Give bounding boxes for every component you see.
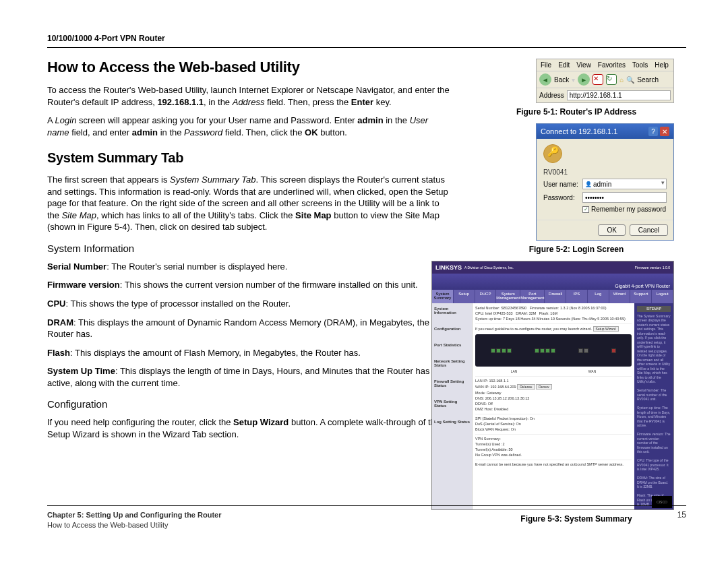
remember-checkbox[interactable]: ✓ bbox=[582, 206, 589, 213]
search-icon[interactable]: 🔍 bbox=[626, 76, 634, 84]
ss-subbrand: A Division of Cisco Systems, Inc. bbox=[464, 266, 514, 270]
setup-wizard-button[interactable]: Setup Wizard bbox=[593, 326, 619, 332]
password-input[interactable]: •••••••• bbox=[582, 192, 667, 203]
ss-main-panel: Serial Number: SB1234567890 Firmware ver… bbox=[473, 303, 634, 510]
release-button[interactable]: Release bbox=[517, 384, 535, 389]
close-icon[interactable]: ✕ bbox=[660, 127, 669, 136]
footer-chapter: Chapter 5: Setting Up and Configuring th… bbox=[47, 511, 222, 519]
menu-tools[interactable]: Tools bbox=[632, 61, 648, 69]
footer-section: How to Access the Web-based Utility bbox=[47, 520, 222, 530]
para-dram: DRAM: This displays the amount of Dynami… bbox=[47, 317, 452, 340]
para-uptime: System Up Time: This displays the length… bbox=[47, 365, 452, 389]
ss-model: Gigabit 4-port VPN Router bbox=[615, 284, 670, 288]
help-icon[interactable]: ? bbox=[648, 127, 658, 136]
login-realm: RV0041 bbox=[543, 168, 667, 176]
tab-sys-mgmt[interactable]: System Management bbox=[496, 290, 520, 303]
heading-access: How to Access the Web-based Utility bbox=[47, 59, 452, 76]
figures-column: File Edit View Favorites Tools Help ◄ Ba… bbox=[465, 59, 674, 530]
router-port-diagram bbox=[475, 334, 632, 367]
tab-port-mgmt[interactable]: Port Management bbox=[520, 290, 545, 303]
tab-firewall[interactable]: Firewall bbox=[545, 290, 566, 303]
ss-brand: LINKSYS bbox=[435, 264, 462, 271]
stop-icon[interactable]: ✕ bbox=[593, 74, 603, 85]
login-titlebar: Connect to 192.168.1.1 ? ✕ bbox=[537, 124, 673, 139]
ss-sitemap-panel: SITEMAP The System Summary screen displa… bbox=[634, 303, 673, 510]
menu-view[interactable]: View bbox=[576, 61, 591, 69]
para-summary: The first screen that appears is System … bbox=[47, 174, 452, 233]
tab-setup[interactable]: Setup bbox=[454, 290, 475, 303]
browser-menu: File Edit View Favorites Tools Help bbox=[537, 59, 673, 71]
para-access-2: A Login screen will appear asking you fo… bbox=[47, 115, 452, 138]
password-label: Password: bbox=[543, 194, 582, 201]
remember-label: Remember my password bbox=[591, 206, 666, 213]
heading-sysinfo: System Information bbox=[47, 243, 452, 254]
product-header: 10/100/1000 4-Port VPN Router bbox=[47, 34, 686, 43]
username-label: User name: bbox=[543, 181, 582, 188]
browser-address-bar: Address bbox=[537, 88, 673, 102]
tab-wizard[interactable]: Wizard bbox=[609, 290, 631, 303]
tab-support[interactable]: Support bbox=[630, 290, 652, 303]
tab-logout[interactable]: Logout bbox=[652, 290, 673, 303]
tab-log[interactable]: Log bbox=[588, 290, 609, 303]
back-icon[interactable]: ◄ bbox=[539, 73, 551, 86]
para-firmware: Firmware version: This shows the current… bbox=[47, 279, 452, 291]
para-access-1: To access the Router's Web-based Utility… bbox=[47, 84, 452, 108]
heading-config: Configuration bbox=[47, 398, 452, 410]
header-rule bbox=[47, 47, 686, 48]
page-number: 15 bbox=[677, 510, 686, 530]
menu-help[interactable]: Help bbox=[655, 61, 669, 69]
para-flash: Flash: This displays the amount of Flash… bbox=[47, 347, 452, 359]
menu-edit[interactable]: Edit bbox=[558, 61, 570, 69]
figure-login-dialog: Connect to 192.168.1.1 ? ✕ RV0041 User n… bbox=[536, 123, 674, 241]
figure-1-caption: Figure 5-1: Router's IP Address bbox=[479, 107, 674, 117]
renew-button[interactable]: Renew bbox=[536, 384, 552, 389]
address-input[interactable] bbox=[567, 90, 671, 100]
ok-button[interactable]: OK bbox=[598, 224, 625, 236]
cancel-button[interactable]: Cancel bbox=[630, 224, 668, 236]
back-label[interactable]: Back bbox=[554, 76, 569, 84]
address-label: Address bbox=[539, 92, 564, 99]
para-cpu: CPU: This shows the type of processor in… bbox=[47, 298, 452, 310]
menu-file[interactable]: File bbox=[541, 61, 551, 69]
username-input[interactable]: 👤admin bbox=[582, 179, 667, 189]
figure-browser-bar: File Edit View Favorites Tools Help ◄ Ba… bbox=[536, 59, 674, 103]
key-icon bbox=[543, 144, 562, 163]
search-label[interactable]: Search bbox=[637, 76, 659, 84]
main-text-column: How to Access the Web-based Utility To a… bbox=[47, 59, 452, 530]
para-serial: Serial Number: The Router's serial numbe… bbox=[47, 261, 452, 273]
tab-dhcp[interactable]: DHCP bbox=[475, 290, 497, 303]
ss-left-labels: System Information Configuration Port St… bbox=[432, 303, 473, 510]
heading-summary: System Summary Tab bbox=[47, 150, 452, 166]
tab-system-summary[interactable]: System Summary bbox=[432, 290, 454, 303]
page-footer: Chapter 5: Setting Up and Configuring th… bbox=[47, 505, 686, 530]
forward-icon[interactable]: ► bbox=[578, 73, 590, 86]
figure-2-caption: Figure 5-2: Login Screen bbox=[479, 245, 674, 254]
wan-port-icon bbox=[611, 348, 616, 353]
home-icon[interactable]: ⌂ bbox=[619, 76, 624, 84]
refresh-icon[interactable]: ↻ bbox=[606, 74, 617, 85]
browser-toolbar: ◄ Back ▾ ► ✕ ↻ ⌂ 🔍 Search bbox=[537, 71, 673, 88]
ss-tabs: System Summary Setup DHCP System Managem… bbox=[432, 290, 673, 303]
tab-ips[interactable]: IPS bbox=[566, 290, 588, 303]
menu-favorites[interactable]: Favorites bbox=[598, 61, 626, 69]
login-title-text: Connect to 192.168.1.1 bbox=[541, 127, 617, 135]
sitemap-button[interactable]: SITEMAP bbox=[637, 306, 671, 312]
figure-system-summary: LINKSYS A Division of Cisco Systems, Inc… bbox=[431, 261, 674, 510]
para-config: If you need help configuring the router,… bbox=[47, 416, 452, 440]
